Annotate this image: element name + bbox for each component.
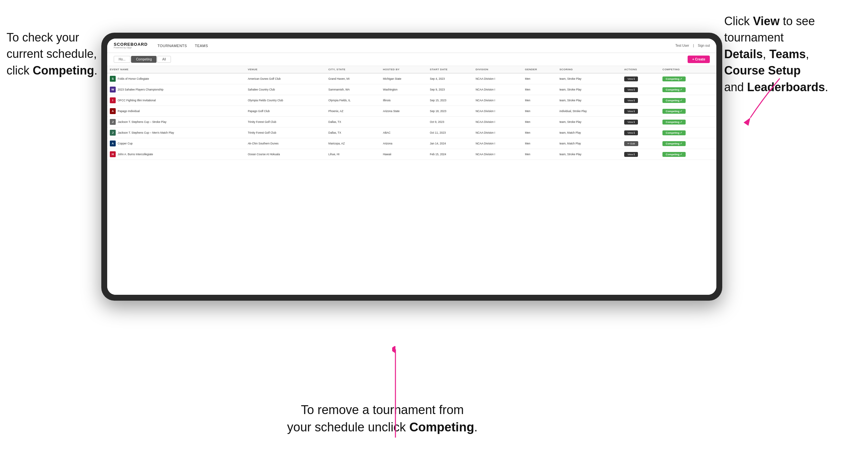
tab-all[interactable]: All — [157, 56, 170, 63]
annotation-bold: Competing — [33, 64, 94, 77]
competing-button[interactable]: Competing ✓ — [662, 141, 686, 146]
cell-gender: Men — [522, 149, 557, 160]
edit-button[interactable]: ✏ Edit — [624, 141, 638, 146]
competing-button[interactable]: Competing ✓ — [662, 98, 686, 103]
cell-city-state: Phoenix, AZ — [326, 106, 380, 117]
view-button[interactable]: View ℹ — [624, 76, 638, 82]
cell-scoring: team, Match Play — [557, 127, 622, 138]
cell-gender: Men — [522, 127, 557, 138]
cell-actions: View ℹ — [622, 117, 660, 127]
cell-start-date: Jan 14, 2024 — [427, 138, 473, 149]
view-button[interactable]: View ℹ — [624, 130, 638, 135]
annotation-line3: click — [6, 64, 33, 77]
table-row: A Papago Individual Papago Golf Club Pho… — [107, 106, 716, 117]
ann-tr-4: and — [724, 81, 747, 94]
cell-competing: Competing ✓ — [660, 127, 716, 138]
tab-competing[interactable]: Competing — [131, 56, 157, 63]
nav-tournaments[interactable]: TOURNAMENTS — [157, 44, 187, 48]
create-button[interactable]: + Create — [688, 56, 710, 63]
ann-tr-bold1: View — [753, 14, 779, 28]
col-division: DIVISION — [473, 66, 522, 73]
view-button[interactable]: View ℹ — [624, 120, 638, 125]
cell-venue: American Dunes Golf Club — [245, 73, 326, 84]
team-logo: S — [110, 76, 116, 82]
team-logo: A — [110, 108, 116, 114]
ann-bottom-2: your schedule unclick — [287, 420, 409, 434]
cell-competing: Competing ✓ — [660, 95, 716, 106]
ann-tr-2: to see — [779, 14, 815, 28]
table-header-row: EVENT NAME VENUE CITY, STATE HOSTED BY S… — [107, 66, 716, 73]
event-name-text: Folds of Honor Collegiate — [118, 77, 149, 81]
cell-division: NCAA Division I — [473, 138, 522, 149]
table-row: S Folds of Honor Collegiate American Dun… — [107, 73, 716, 84]
cell-actions: View ℹ — [622, 127, 660, 138]
event-name-text: John A. Burns Intercollegiate — [118, 153, 153, 156]
table-container: EVENT NAME VENUE CITY, STATE HOSTED BY S… — [107, 66, 716, 295]
cell-city-state: Dallas, TX — [326, 127, 380, 138]
competing-button[interactable]: Competing ✓ — [662, 109, 686, 114]
cell-competing: Competing ✓ — [660, 117, 716, 127]
cell-city-state: Maricopa, AZ — [326, 138, 380, 149]
cell-event-name: A Papago Individual — [107, 106, 245, 117]
event-name-text: Jackson T. Stephens Cup – Stroke Play — [118, 120, 166, 124]
cell-hosted-by: Michigan State — [380, 73, 427, 84]
view-button[interactable]: View ℹ — [624, 109, 638, 114]
nav-user: Test User — [675, 44, 689, 48]
cell-start-date: Oct 11, 2023 — [427, 127, 473, 138]
table-row: J Jackson T. Stephens Cup – Men's Match … — [107, 127, 716, 138]
annotation-line1: To check your — [6, 31, 79, 44]
cell-competing: Competing ✓ — [660, 84, 716, 95]
tab-home[interactable]: Ho... — [114, 56, 130, 63]
view-button[interactable]: View ℹ — [624, 98, 638, 103]
event-name-text: Copper Cup — [118, 142, 133, 145]
annotation-bottom: To remove a tournament from your schedul… — [268, 401, 497, 436]
competing-button[interactable]: Competing ✓ — [662, 87, 686, 92]
cell-hosted-by: Arizona State — [380, 106, 427, 117]
scoreboard-brand: SCOREBOARD Powered by clippi — [114, 42, 148, 49]
cell-hosted-by: Hawaii — [380, 149, 427, 160]
ann-tr-1: Click — [724, 14, 753, 28]
team-logo: H — [110, 151, 116, 157]
cell-competing: Competing ✓ — [660, 149, 716, 160]
filter-tabs: Ho... Competing All — [114, 56, 171, 63]
competing-button[interactable]: Competing ✓ — [662, 120, 686, 125]
table-row: A Copper Cup Ak-Chin Southern Dunes Mari… — [107, 138, 716, 149]
competing-button[interactable]: Competing ✓ — [662, 130, 686, 135]
table-row: J Jackson T. Stephens Cup – Stroke Play … — [107, 117, 716, 127]
tablet-screen: SCOREBOARD Powered by clippi TOURNAMENTS… — [107, 38, 716, 295]
cell-venue: Papago Golf Club — [245, 106, 326, 117]
tablet-frame: SCOREBOARD Powered by clippi TOURNAMENTS… — [101, 33, 722, 301]
view-button[interactable]: View ℹ — [624, 152, 638, 157]
cell-city-state: Olympia Fields, IL — [326, 95, 380, 106]
nav-teams[interactable]: TEAMS — [195, 44, 208, 48]
cell-scoring: team, Stroke Play — [557, 149, 622, 160]
brand-powered: Powered by clippi — [114, 46, 148, 49]
cell-start-date: Sep 18, 2023 — [427, 106, 473, 117]
cell-division: NCAA Division I — [473, 95, 522, 106]
col-scoring: SCORING — [557, 66, 622, 73]
cell-start-date: Oct 9, 2023 — [427, 117, 473, 127]
cell-gender: Men — [522, 95, 557, 106]
annotation-top-right: Click View to see tournament Details, Te… — [724, 13, 862, 95]
ann-bottom-1: To remove a tournament from — [301, 403, 464, 417]
cell-event-name: H John A. Burns Intercollegiate — [107, 149, 245, 160]
cell-gender: Men — [522, 106, 557, 117]
cell-scoring: team, Stroke Play — [557, 73, 622, 84]
cell-division: NCAA Division I — [473, 117, 522, 127]
competing-button[interactable]: Competing ✓ — [662, 76, 686, 82]
cell-hosted-by — [380, 117, 427, 127]
cell-actions: View ℹ — [622, 106, 660, 117]
ann-tr-comma1: , — [763, 48, 769, 61]
ann-bottom-end: . — [474, 420, 478, 434]
nav-signout[interactable]: Sign out — [698, 44, 710, 48]
ann-tr-comma2: , — [806, 48, 809, 61]
col-competing: COMPETING — [660, 66, 716, 73]
cell-hosted-by: ABAC — [380, 127, 427, 138]
competing-button[interactable]: Competing ✓ — [662, 152, 686, 157]
view-button[interactable]: View ℹ — [624, 87, 638, 92]
cell-scoring: team, Match Play — [557, 138, 622, 149]
cell-competing: Competing ✓ — [660, 73, 716, 84]
cell-division: NCAA Division I — [473, 149, 522, 160]
ann-bottom-bold: Competing — [409, 420, 474, 434]
col-start-date: START DATE — [427, 66, 473, 73]
